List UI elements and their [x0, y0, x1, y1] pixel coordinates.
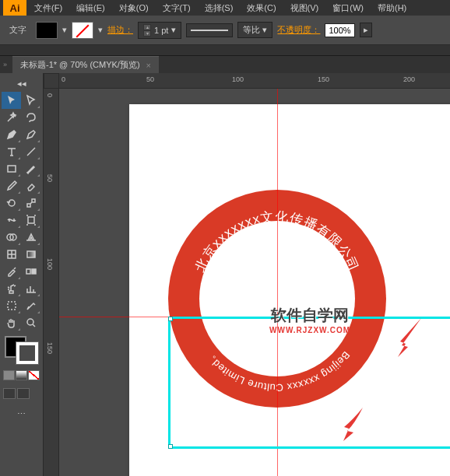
color-mode-solid[interactable]: [3, 370, 15, 380]
app-logo: Ai: [3, 0, 26, 16]
column-graph-tool[interactable]: [21, 280, 40, 297]
horizontal-ruler[interactable]: 0 50 100 150 200: [59, 73, 450, 89]
zoom-tool[interactable]: [21, 314, 40, 331]
menu-help[interactable]: 帮助(H): [371, 1, 413, 16]
stroke-weight-value: 1 pt: [154, 26, 168, 35]
selection-tool[interactable]: [2, 92, 21, 109]
document-tab[interactable]: 未标题-1* @ 70% (CMYK/预览) ×: [12, 56, 159, 73]
svg-rect-7: [32, 269, 36, 274]
main-area: ◂◂: [0, 73, 450, 476]
rotate-tool[interactable]: [2, 194, 21, 212]
annotation-arrow-2: [339, 404, 371, 444]
eyedropper-tool[interactable]: [2, 263, 21, 280]
rectangle-tool[interactable]: [2, 160, 21, 177]
screen-mode-normal[interactable]: [3, 388, 16, 399]
ruler-origin[interactable]: [44, 73, 59, 89]
perspective-grid-tool[interactable]: [21, 229, 40, 246]
control-bar-spacer: [0, 45, 450, 56]
menu-type[interactable]: 文字(T): [156, 1, 197, 16]
watermark: 软件自学网 WWW.RJZXW.COM: [269, 305, 350, 334]
color-mode-row: [2, 369, 41, 382]
blend-tool[interactable]: [21, 263, 40, 280]
svg-rect-8: [8, 302, 16, 310]
pencil-tool[interactable]: [2, 177, 21, 194]
active-tool-label: 文字: [5, 23, 31, 37]
screen-mode-full[interactable]: [17, 388, 30, 399]
menu-window[interactable]: 窗口(W): [326, 1, 370, 16]
svg-rect-1: [28, 217, 34, 223]
menu-effect[interactable]: 效果(C): [241, 1, 282, 16]
hand-tool[interactable]: [2, 314, 21, 331]
document-tab-bar: » 未标题-1* @ 70% (CMYK/预览) ×: [0, 56, 450, 73]
artboard-tool[interactable]: [2, 297, 21, 314]
annotation-arrow-1: [394, 314, 425, 362]
shape-builder-tool[interactable]: [2, 229, 21, 246]
symbol-sprayer-tool[interactable]: [2, 280, 21, 297]
edit-toolbar-button[interactable]: ⋯: [2, 405, 41, 422]
svg-rect-6: [26, 269, 30, 274]
menu-file[interactable]: 文件(F): [28, 1, 69, 16]
vertical-ruler[interactable]: 0 50 100 150: [44, 89, 59, 476]
stroke-swatch[interactable]: [72, 22, 93, 39]
magic-wand-tool[interactable]: [2, 109, 21, 126]
selection-handle-sw[interactable]: [168, 444, 173, 449]
fill-dropdown-icon[interactable]: ▾: [62, 25, 67, 35]
menu-select[interactable]: 选择(S): [199, 1, 240, 16]
options-bar: 文字 ▾ ▾ 描边： ▴▾ 1 pt ▾ 等比 ▾ 不透明度： 100% ▸: [0, 16, 450, 45]
svg-rect-0: [8, 166, 16, 172]
direct-selection-tool[interactable]: [21, 92, 40, 109]
svg-rect-5: [27, 251, 35, 257]
watermark-text: 软件自学网: [269, 305, 350, 326]
canvas[interactable]: 北京xxxxxxx文化传播有限公司 Beijing xxxxxx Culture…: [59, 89, 450, 476]
chevron-down-icon[interactable]: ▾: [171, 25, 176, 35]
type-tool[interactable]: [2, 143, 21, 160]
line-tool[interactable]: [21, 143, 40, 160]
selection-handle-nw[interactable]: [168, 317, 173, 321]
lasso-tool[interactable]: [21, 109, 40, 126]
watermark-url: WWW.RJZXW.COM: [269, 326, 350, 334]
fill-swatch[interactable]: [36, 22, 58, 39]
stroke-weight-input[interactable]: ▴▾ 1 pt ▾: [138, 22, 181, 39]
stroke-dropdown-icon[interactable]: ▾: [98, 25, 103, 35]
paintbrush-tool[interactable]: [21, 160, 40, 177]
mesh-tool[interactable]: [2, 246, 21, 263]
curvature-tool[interactable]: [21, 126, 40, 143]
toolbox: ◂◂: [0, 73, 44, 476]
scale-tool[interactable]: [21, 194, 40, 212]
tab-title: 未标题-1* @ 70% (CMYK/预览): [20, 59, 140, 71]
slice-tool[interactable]: [21, 297, 40, 314]
menu-edit[interactable]: 编辑(E): [70, 1, 111, 16]
scale-ratio-dropdown[interactable]: 等比 ▾: [237, 22, 272, 38]
menu-object[interactable]: 对象(O): [113, 1, 155, 16]
pen-tool[interactable]: [2, 126, 21, 143]
menu-view[interactable]: 视图(V): [284, 1, 325, 16]
color-mode-none[interactable]: [28, 370, 40, 380]
stroke-color-swatch[interactable]: [16, 342, 38, 364]
opacity-dropdown-icon[interactable]: ▸: [360, 23, 372, 37]
opacity-label[interactable]: 不透明度：: [277, 24, 320, 36]
toolbox-collapse-icon[interactable]: ◂◂: [2, 75, 41, 92]
screen-mode-row: [2, 387, 41, 401]
color-mode-gradient[interactable]: [16, 370, 27, 380]
free-transform-tool[interactable]: [21, 212, 40, 229]
tab-scroll-icon[interactable]: »: [0, 61, 12, 68]
eraser-tool[interactable]: [21, 177, 40, 194]
stroke-style-dropdown[interactable]: [186, 23, 233, 37]
svg-point-9: [27, 319, 33, 325]
gradient-tool[interactable]: [21, 246, 40, 263]
close-tab-icon[interactable]: ×: [146, 61, 151, 70]
width-tool[interactable]: [2, 212, 21, 229]
document-view: 0 50 100 150 200 0 50 100 150: [44, 73, 450, 476]
opacity-input[interactable]: 100%: [325, 23, 354, 37]
color-picker[interactable]: [3, 334, 40, 366]
stroke-weight-stepper[interactable]: ▴▾: [143, 24, 151, 37]
menubar: Ai 文件(F) 编辑(E) 对象(O) 文字(T) 选择(S) 效果(C) 视…: [0, 0, 450, 16]
stroke-label[interactable]: 描边：: [107, 24, 133, 36]
